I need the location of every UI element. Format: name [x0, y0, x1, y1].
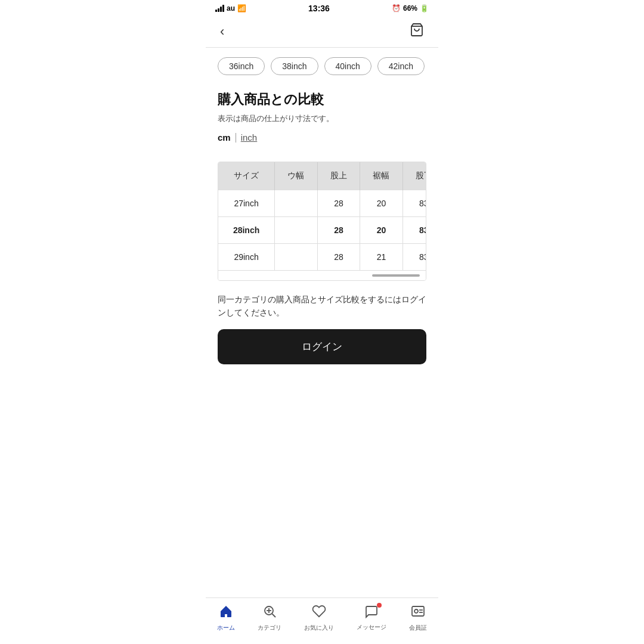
unit-divider	[236, 133, 236, 143]
table-row-highlighted: 28inch 28 20 83	[218, 217, 426, 244]
message-badge	[377, 603, 382, 608]
inseam-top-28: 28	[317, 217, 360, 244]
nav-label-messages: メッセージ	[357, 623, 386, 631]
favorites-icon	[312, 604, 326, 622]
alarm-icon: ⏰	[392, 4, 401, 13]
width-28	[275, 217, 318, 244]
back-button[interactable]: ‹	[218, 21, 227, 42]
col-size: サイズ	[218, 162, 275, 190]
nav-label-favorites: お気に入り	[304, 624, 334, 632]
hem-width-29: 21	[360, 244, 403, 271]
width-29	[275, 244, 318, 271]
size-table-wrapper: サイズ ウ幅 股上 裾幅 股下 27inch 28 20 83 28inch	[218, 162, 426, 281]
table-row: 27inch 28 20 83	[218, 190, 426, 217]
col-inseam-top: 股上	[317, 162, 360, 190]
signal-icon	[215, 5, 224, 12]
table-header-row: サイズ ウ幅 股上 裾幅 股下	[218, 162, 426, 190]
home-icon	[219, 604, 233, 622]
size-tabs-container: 36inch 38inch 40inch 42inch	[206, 48, 438, 85]
inseam-28: 83	[402, 217, 426, 244]
nav-item-favorites[interactable]: お気に入り	[304, 604, 334, 632]
section-title: 購入商品との比較	[218, 91, 426, 109]
top-nav: ‹	[206, 16, 438, 48]
battery-label: 66%	[403, 4, 417, 13]
login-section: 同一カテゴリの購入商品とサイズ比較をするにはログインしてください。 ログイン	[206, 281, 438, 370]
col-inseam: 股下	[402, 162, 426, 190]
nav-item-messages[interactable]: メッセージ	[357, 605, 386, 631]
scroll-indicator	[218, 270, 426, 280]
status-bar: au 📶 13:36 ⏰ 66% 🔋	[206, 0, 438, 16]
hem-width-28: 20	[360, 217, 403, 244]
nav-item-membership[interactable]: 会員証	[409, 604, 427, 632]
horizontal-scrollbar[interactable]	[372, 274, 420, 277]
comparison-section: 購入商品との比較 表示は商品の仕上がり寸法です。 cm inch	[206, 85, 438, 162]
bottom-nav: ホーム カテゴリ お気に入り メッセージ	[206, 597, 438, 644]
battery-icon: 🔋	[420, 4, 429, 13]
table-row: 29inch 28 21 83	[218, 244, 426, 271]
svg-point-6	[414, 609, 418, 613]
nav-item-category[interactable]: カテゴリ	[258, 604, 281, 632]
carrier-label: au	[227, 4, 235, 13]
login-button[interactable]: ログイン	[218, 329, 426, 364]
unit-inch-label[interactable]: inch	[241, 132, 258, 143]
login-description: 同一カテゴリの購入商品とサイズ比較をするにはログインしてください。	[218, 293, 426, 320]
col-width: ウ幅	[275, 162, 318, 190]
inseam-top-29: 28	[317, 244, 360, 271]
membership-icon	[411, 604, 425, 622]
size-27inch: 27inch	[218, 190, 275, 217]
time-display: 13:36	[308, 4, 330, 13]
size-tab-38inch[interactable]: 38inch	[271, 57, 318, 75]
status-left: au 📶	[215, 4, 246, 13]
inseam-top-27: 28	[317, 190, 360, 217]
category-icon	[262, 604, 277, 622]
hem-width-27: 20	[360, 190, 403, 217]
svg-line-2	[273, 614, 276, 618]
col-hem-width: 裾幅	[360, 162, 403, 190]
nav-label-membership: 会員証	[409, 624, 427, 632]
messages-icon-wrapper	[364, 605, 379, 621]
section-description: 表示は商品の仕上がり寸法です。	[218, 113, 426, 124]
nav-label-category: カテゴリ	[258, 624, 281, 632]
nav-label-home: ホーム	[217, 624, 235, 632]
unit-cm-label[interactable]: cm	[218, 132, 231, 143]
size-tab-40inch[interactable]: 40inch	[324, 57, 371, 75]
size-table: サイズ ウ幅 股上 裾幅 股下 27inch 28 20 83 28inch	[218, 162, 426, 270]
size-tab-42inch[interactable]: 42inch	[377, 57, 425, 75]
wifi-icon: 📶	[237, 4, 246, 13]
inseam-29: 83	[402, 244, 426, 271]
width-27	[275, 190, 318, 217]
size-tab-36inch[interactable]: 36inch	[218, 57, 265, 75]
status-right: ⏰ 66% 🔋	[392, 4, 429, 13]
inseam-27: 83	[402, 190, 426, 217]
unit-toggle: cm inch	[218, 132, 426, 143]
nav-item-home[interactable]: ホーム	[217, 604, 235, 632]
size-29inch: 29inch	[218, 244, 275, 271]
cart-button[interactable]	[407, 20, 426, 42]
size-28inch: 28inch	[218, 217, 275, 244]
